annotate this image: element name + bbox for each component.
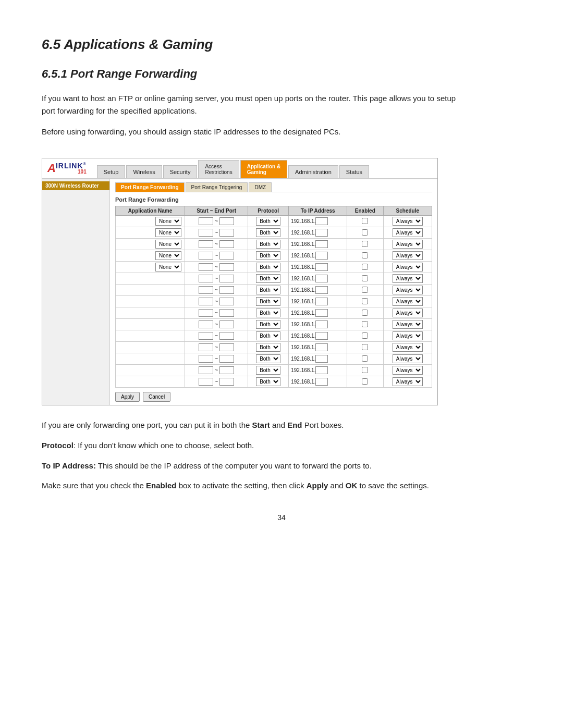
enabled-checkbox[interactable]	[362, 378, 368, 385]
enabled-checkbox[interactable]	[362, 367, 368, 373]
end-port-input[interactable]	[219, 298, 234, 305]
application-name-select[interactable]: None	[155, 251, 181, 260]
schedule-select[interactable]: Always	[393, 297, 423, 306]
end-port-input[interactable]	[219, 275, 234, 282]
ip-last-octet-input[interactable]	[315, 275, 328, 282]
end-port-input[interactable]	[219, 252, 234, 260]
ip-last-octet-input[interactable]	[315, 332, 328, 340]
start-port-input[interactable]	[199, 332, 213, 340]
start-port-input[interactable]	[199, 263, 213, 271]
end-port-input[interactable]	[219, 332, 234, 340]
application-name-select[interactable]: None	[155, 240, 181, 249]
enabled-checkbox[interactable]	[362, 229, 368, 236]
enabled-checkbox[interactable]	[362, 310, 368, 316]
apply-button[interactable]: Apply	[115, 392, 140, 402]
schedule-select[interactable]: Always	[393, 240, 423, 249]
start-port-input[interactable]	[199, 275, 213, 282]
ip-last-octet-input[interactable]	[315, 378, 328, 386]
protocol-select[interactable]: Both	[256, 354, 280, 363]
protocol-select[interactable]: Both	[256, 263, 280, 272]
protocol-select[interactable]: Both	[256, 286, 280, 294]
protocol-select[interactable]: Both	[256, 366, 280, 375]
enabled-checkbox[interactable]	[362, 275, 368, 281]
end-port-input[interactable]	[219, 240, 234, 248]
subtab-port-range-forwarding[interactable]: Port Range Forwarding	[115, 182, 185, 192]
ip-last-octet-input[interactable]	[315, 252, 328, 260]
enabled-checkbox[interactable]	[362, 344, 368, 350]
end-port-input[interactable]	[219, 263, 234, 271]
schedule-select[interactable]: Always	[393, 377, 423, 386]
protocol-select[interactable]: Both	[256, 309, 280, 317]
enabled-checkbox[interactable]	[362, 264, 368, 270]
tab-setup[interactable]: Setup	[97, 165, 126, 178]
tab-status[interactable]: Status	[339, 165, 369, 178]
protocol-select[interactable]: Both	[256, 217, 280, 226]
protocol-select[interactable]: Both	[256, 228, 280, 237]
start-port-input[interactable]	[199, 298, 213, 305]
schedule-select[interactable]: Always	[393, 354, 423, 363]
ip-last-octet-input[interactable]	[315, 366, 328, 374]
protocol-select[interactable]: Both	[256, 377, 280, 386]
start-port-input[interactable]	[199, 320, 213, 328]
protocol-select[interactable]: Both	[256, 320, 280, 329]
schedule-select[interactable]: Always	[393, 274, 423, 283]
end-port-input[interactable]	[219, 320, 234, 328]
subtab-port-range-triggering[interactable]: Port Range Triggering	[186, 182, 248, 192]
protocol-select[interactable]: Both	[256, 343, 280, 352]
schedule-select[interactable]: Always	[393, 228, 423, 237]
start-port-input[interactable]	[199, 229, 213, 237]
ip-last-octet-input[interactable]	[315, 240, 328, 248]
start-port-input[interactable]	[199, 286, 213, 294]
end-port-input[interactable]	[219, 355, 234, 363]
schedule-select[interactable]: Always	[393, 309, 423, 317]
application-name-select[interactable]: None	[155, 263, 181, 272]
ip-last-octet-input[interactable]	[315, 320, 328, 328]
tab-wireless[interactable]: Wireless	[126, 165, 162, 178]
start-port-input[interactable]	[199, 217, 213, 225]
schedule-select[interactable]: Always	[393, 343, 423, 352]
tab-administration[interactable]: Administration	[288, 165, 338, 178]
end-port-input[interactable]	[219, 217, 234, 225]
ip-last-octet-input[interactable]	[315, 217, 328, 225]
enabled-checkbox[interactable]	[362, 218, 368, 224]
start-port-input[interactable]	[199, 343, 213, 351]
protocol-select[interactable]: Both	[256, 240, 280, 249]
enabled-checkbox[interactable]	[362, 332, 368, 339]
enabled-checkbox[interactable]	[362, 287, 368, 293]
schedule-select[interactable]: Always	[393, 286, 423, 294]
ip-last-octet-input[interactable]	[315, 309, 328, 317]
start-port-input[interactable]	[199, 252, 213, 260]
protocol-select[interactable]: Both	[256, 297, 280, 306]
schedule-select[interactable]: Always	[393, 217, 423, 226]
enabled-checkbox[interactable]	[362, 355, 368, 362]
tab-access-restrictions[interactable]: AccessRestrictions	[198, 160, 239, 178]
end-port-input[interactable]	[219, 378, 234, 386]
ip-last-octet-input[interactable]	[315, 286, 328, 294]
cancel-button[interactable]: Cancel	[143, 392, 170, 402]
enabled-checkbox[interactable]	[362, 252, 368, 258]
application-name-select[interactable]: None	[155, 228, 181, 237]
schedule-select[interactable]: Always	[393, 331, 423, 340]
schedule-select[interactable]: Always	[393, 263, 423, 272]
end-port-input[interactable]	[219, 366, 234, 374]
start-port-input[interactable]	[199, 378, 213, 386]
ip-last-octet-input[interactable]	[315, 263, 328, 271]
ip-last-octet-input[interactable]	[315, 298, 328, 305]
start-port-input[interactable]	[199, 309, 213, 317]
enabled-checkbox[interactable]	[362, 298, 368, 304]
ip-last-octet-input[interactable]	[315, 355, 328, 363]
tab-security[interactable]: Security	[163, 165, 198, 178]
end-port-input[interactable]	[219, 343, 234, 351]
protocol-select[interactable]: Both	[256, 274, 280, 283]
end-port-input[interactable]	[219, 309, 234, 317]
schedule-select[interactable]: Always	[393, 320, 423, 329]
enabled-checkbox[interactable]	[362, 241, 368, 247]
end-port-input[interactable]	[219, 229, 234, 237]
protocol-select[interactable]: Both	[256, 251, 280, 260]
start-port-input[interactable]	[199, 366, 213, 374]
schedule-select[interactable]: Always	[393, 251, 423, 260]
end-port-input[interactable]	[219, 286, 234, 294]
application-name-select[interactable]: None	[155, 217, 181, 226]
schedule-select[interactable]: Always	[393, 366, 423, 375]
ip-last-octet-input[interactable]	[315, 229, 328, 237]
